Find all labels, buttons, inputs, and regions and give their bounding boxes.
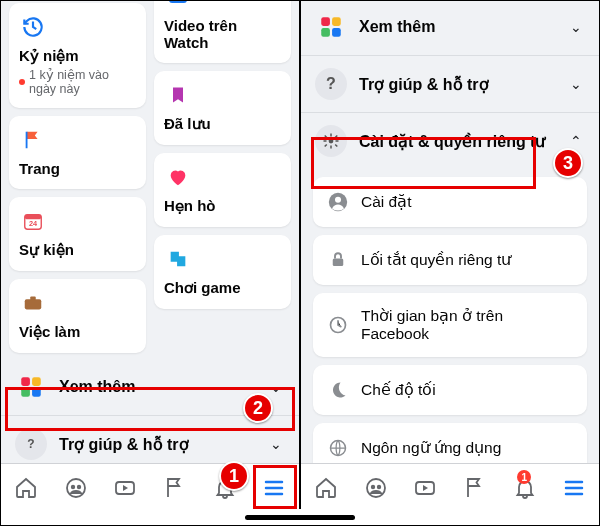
- bottom-tabbar: [1, 463, 299, 511]
- svg-rect-41: [333, 259, 344, 267]
- right-screenshot: Xem thêm ⌄ ? Trợ giúp & hỗ trợ ⌄ Cài đặt…: [301, 1, 599, 511]
- card-jobs[interactable]: Việc làm: [9, 279, 146, 353]
- card-gaming[interactable]: Chơi game: [154, 235, 291, 309]
- tab-home[interactable]: [1, 464, 51, 511]
- lock-icon: [327, 249, 349, 271]
- card-events[interactable]: 24 Sự kiện: [9, 197, 146, 271]
- tab-groups[interactable]: [51, 464, 101, 511]
- svg-rect-38: [335, 144, 338, 147]
- home-indicator: [1, 509, 599, 525]
- svg-rect-31: [330, 134, 332, 137]
- moon-icon: [327, 379, 349, 401]
- svg-point-47: [376, 484, 380, 488]
- card-sub: 1 kỷ niệm vào ngày này: [19, 67, 136, 96]
- card-memories[interactable]: Kỷ niệm 1 kỷ niệm vào ngày này: [9, 3, 146, 108]
- item-settings[interactable]: Cài đặt: [313, 177, 587, 227]
- card-saved[interactable]: Đã lưu: [154, 71, 291, 145]
- svg-rect-26: [321, 17, 330, 26]
- tab-menu[interactable]: [549, 464, 599, 511]
- card-dating[interactable]: Hẹn hò: [154, 153, 291, 227]
- svg-rect-9: [21, 388, 30, 397]
- tab-watch[interactable]: [100, 464, 150, 511]
- row-label: Trợ giúp & hỗ trợ: [359, 75, 555, 94]
- callout-1: 1: [219, 461, 249, 491]
- heart-icon: [164, 163, 192, 191]
- item-label: Cài đặt: [361, 193, 412, 211]
- question-icon: ?: [15, 428, 47, 460]
- chevron-down-icon: ⌄: [567, 19, 585, 35]
- svg-point-40: [335, 197, 341, 203]
- clock-rewind-icon: [19, 13, 47, 41]
- svg-rect-35: [324, 135, 327, 138]
- item-privacy-shortcuts[interactable]: Lối tắt quyền riêng tư: [313, 235, 587, 285]
- globe-icon: [327, 437, 349, 459]
- svg-rect-6: [169, 1, 187, 3]
- item-your-time[interactable]: Thời gian bạn ở trên Facebook: [313, 293, 587, 357]
- svg-rect-29: [332, 28, 341, 37]
- item-label: Ngôn ngữ ứng dụng: [361, 439, 501, 457]
- card-title: Video trên Watch: [164, 17, 281, 51]
- tab-notifications[interactable]: 1: [500, 464, 550, 511]
- svg-rect-34: [336, 140, 339, 142]
- item-label: Lối tắt quyền riêng tư: [361, 251, 511, 269]
- calendar-icon: 24: [19, 207, 47, 235]
- svg-rect-36: [335, 135, 338, 138]
- card-watch[interactable]: Video trên Watch: [154, 1, 291, 63]
- item-dark-mode[interactable]: Chế độ tối: [313, 365, 587, 415]
- svg-point-23: [70, 484, 74, 488]
- chevron-down-icon: ⌄: [267, 379, 285, 395]
- game-icon: [164, 245, 192, 273]
- card-pages[interactable]: Trang: [9, 116, 146, 189]
- svg-rect-8: [32, 377, 41, 386]
- tab-pages[interactable]: [450, 464, 500, 511]
- card-title: Kỷ niệm: [19, 47, 136, 65]
- callout-2: 2: [243, 393, 273, 423]
- person-circle-icon: [327, 191, 349, 213]
- apps-grid-icon: [15, 371, 47, 403]
- chevron-down-icon: ⌄: [567, 76, 585, 92]
- svg-rect-32: [330, 146, 332, 149]
- apps-grid-icon: [315, 11, 347, 43]
- svg-point-46: [370, 484, 374, 488]
- svg-rect-7: [21, 377, 30, 386]
- svg-rect-10: [32, 388, 41, 397]
- tab-home[interactable]: [301, 464, 351, 511]
- card-title: Trang: [19, 160, 136, 177]
- svg-rect-27: [332, 17, 341, 26]
- row-see-more[interactable]: Xem thêm ⌄: [301, 1, 599, 55]
- briefcase-icon: [19, 289, 47, 317]
- card-title: Hẹn hò: [164, 197, 281, 215]
- question-icon: ?: [315, 68, 347, 100]
- card-title: Chơi game: [164, 279, 281, 297]
- chevron-up-icon: ⌃: [567, 133, 585, 149]
- svg-point-24: [76, 484, 80, 488]
- card-title: Việc làm: [19, 323, 136, 341]
- tab-groups[interactable]: [351, 464, 401, 511]
- row-label: Xem thêm: [59, 378, 255, 396]
- chevron-down-icon: ⌄: [267, 436, 285, 452]
- card-title: Đã lưu: [164, 115, 281, 133]
- svg-rect-33: [324, 140, 327, 142]
- tab-pages[interactable]: [150, 464, 200, 511]
- svg-text:24: 24: [29, 219, 38, 228]
- row-label: Cài đặt & quyền riêng tư: [359, 132, 555, 151]
- row-help[interactable]: ? Trợ giúp & hỗ trợ ⌄: [301, 56, 599, 112]
- gear-icon: [315, 125, 347, 157]
- card-title: Sự kiện: [19, 241, 136, 259]
- left-screenshot: Kỷ niệm 1 kỷ niệm vào ngày này Trang 24 …: [1, 1, 299, 511]
- item-label: Thời gian bạn ở trên Facebook: [361, 307, 573, 343]
- clock-icon: [327, 314, 349, 336]
- callout-3: 3: [553, 148, 583, 178]
- tab-menu[interactable]: [249, 464, 299, 511]
- row-label: Xem thêm: [359, 18, 555, 36]
- svg-point-22: [67, 479, 85, 497]
- bookmark-icon: [164, 81, 192, 109]
- svg-rect-4: [25, 299, 42, 309]
- svg-rect-28: [321, 28, 330, 37]
- svg-point-30: [329, 139, 334, 144]
- bottom-tabbar: 1: [301, 463, 599, 511]
- svg-point-45: [367, 479, 385, 497]
- flag-icon: [19, 126, 47, 154]
- tab-watch[interactable]: [400, 464, 450, 511]
- item-label: Chế độ tối: [361, 381, 436, 399]
